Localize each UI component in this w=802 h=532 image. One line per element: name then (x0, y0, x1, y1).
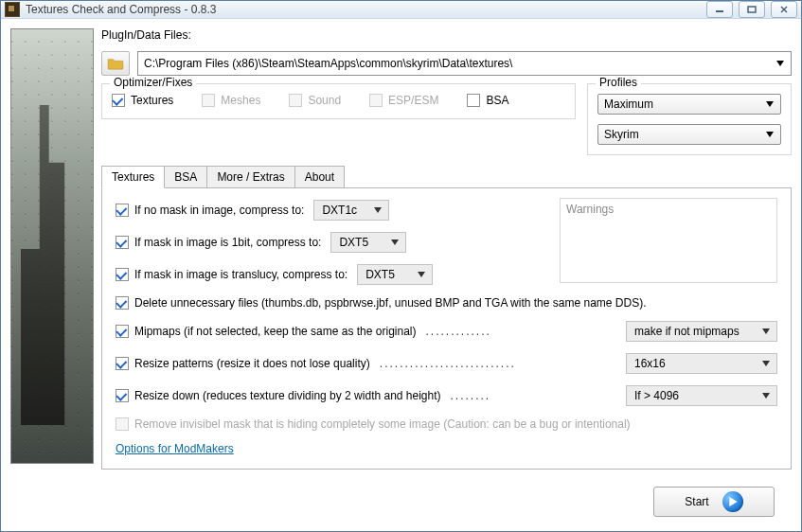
minimize-button[interactable] (706, 1, 733, 18)
checkbox-label: Meshes (221, 94, 260, 107)
svg-rect-0 (716, 10, 723, 12)
option-label: Mipmaps (if not selected, keep the same … (134, 325, 416, 338)
option-label: If mask in image is translucy, compress … (134, 268, 348, 281)
tab-more-extras[interactable]: More / Extras (206, 166, 294, 188)
path-combobox[interactable]: C:\Program Files (x86)\Steam\SteamApps\c… (137, 51, 792, 76)
profile-game-value: Skyrim (604, 128, 639, 141)
select-value: DXT5 (339, 236, 368, 249)
tab-bsa[interactable]: BSA (164, 166, 207, 188)
checkbox-resize-down[interactable]: Resize down (reduces texture dividing by… (116, 389, 441, 402)
plugin-label: PlugIn/Data Files: (101, 28, 792, 42)
window-title: Textures Check and Compress - 0.8.3 (26, 3, 216, 16)
checkbox-label: Textures (131, 94, 173, 107)
profiles-fieldset: Profiles Maximum Skyrim (587, 83, 792, 155)
checkbox-delete-unnecessary[interactable]: Delete unnecessary files (thumbs.db, psp… (116, 296, 647, 310)
footer: Start (101, 477, 792, 532)
browse-folder-button[interactable] (101, 51, 130, 76)
select-value: make if not mipmaps (634, 325, 740, 338)
checkbox-icon (467, 94, 480, 107)
checkbox-icon (369, 94, 383, 107)
checkbox-nomask-compress[interactable]: If no mask in image, compress to: (116, 204, 304, 217)
close-icon (779, 6, 789, 13)
start-button[interactable]: Start (653, 487, 775, 517)
checkbox-sound: Sound (289, 94, 341, 107)
profiles-legend: Profiles (596, 76, 641, 89)
checkbox-icon (116, 325, 129, 338)
select-nomask-format[interactable]: DXT1c (313, 200, 389, 221)
checkbox-icon (116, 236, 129, 249)
checkbox-1bit-compress[interactable]: If mask in image is 1bit, compress to: (116, 236, 321, 249)
select-resize-threshold[interactable]: If > 4096 (626, 385, 777, 406)
chevron-down-icon (763, 98, 776, 111)
chevron-down-icon (759, 325, 773, 338)
checkbox-mipmaps[interactable]: Mipmaps (if not selected, keep the same … (116, 325, 416, 338)
checkbox-icon (289, 94, 302, 107)
checkbox-remove-invisible-mask: Remove invisibel mask that is hiding com… (116, 417, 631, 431)
optimizer-fieldset: Optimizer/Fixes Textures Meshes (101, 83, 576, 119)
select-1bit-format[interactable]: DXT5 (330, 232, 406, 253)
checkbox-icon (116, 357, 129, 370)
start-button-label: Start (685, 495, 708, 508)
maximize-button[interactable] (739, 1, 765, 18)
chevron-down-icon (759, 389, 773, 402)
checkbox-icon (116, 268, 129, 281)
tabpane-textures: Warnings If no mask in image, compress t… (101, 187, 792, 470)
profile-preset-value: Maximum (604, 98, 653, 111)
select-value: 16x16 (634, 357, 666, 370)
sidebar-image (10, 28, 94, 464)
path-value: C:\Program Files (x86)\Steam\SteamApps\c… (144, 57, 512, 70)
main-panel: PlugIn/Data Files: C:\Program Files (x86… (101, 28, 792, 532)
minimize-icon (715, 6, 724, 13)
chevron-down-icon (763, 128, 776, 141)
select-value: If > 4096 (634, 389, 679, 402)
select-pattern-size[interactable]: 16x16 (626, 353, 777, 374)
checkbox-icon (112, 94, 125, 107)
warnings-panel: Warnings (560, 198, 777, 283)
chevron-down-icon (415, 268, 428, 281)
client-area: PlugIn/Data Files: C:\Program Files (x86… (1, 19, 801, 532)
option-label: Remove invisibel mask that is hiding com… (134, 417, 631, 431)
chevron-down-icon (759, 357, 773, 370)
profile-game-combobox[interactable]: Skyrim (597, 124, 781, 145)
app-icon (5, 2, 20, 17)
checkbox-textures[interactable]: Textures (112, 94, 173, 107)
play-icon (722, 491, 743, 512)
checkbox-icon (116, 417, 129, 431)
tab-bar: Textures BSA More / Extras About (101, 165, 792, 187)
chevron-down-icon (774, 57, 787, 70)
warnings-label: Warnings (566, 203, 614, 216)
chevron-down-icon (388, 236, 401, 249)
checkbox-resize-patterns[interactable]: Resize patterns (resize it does not lose… (116, 357, 370, 370)
option-label: If mask in image is 1bit, compress to: (134, 236, 321, 249)
checkbox-label: Sound (308, 94, 341, 107)
checkbox-icon (116, 204, 129, 217)
option-label: Resize patterns (resize it does not lose… (134, 357, 370, 370)
close-button[interactable] (771, 1, 797, 18)
svg-rect-1 (748, 7, 756, 12)
tab-about[interactable]: About (294, 166, 345, 188)
dotted-leader: ............. (425, 325, 490, 338)
link-options-modmakers[interactable]: Options for ModMakers (116, 442, 234, 455)
checkbox-label: ESP/ESM (388, 94, 438, 107)
tab-textures[interactable]: Textures (101, 166, 165, 188)
select-mipmaps-mode[interactable]: make if not mipmaps (626, 321, 777, 342)
optimizer-legend: Optimizer/Fixes (110, 76, 196, 89)
dotted-leader: ........ (451, 389, 491, 402)
checkbox-espesm: ESP/ESM (369, 94, 438, 107)
dotted-leader: ........................... (380, 357, 516, 370)
option-label: Delete unnecessary files (thumbs.db, psp… (134, 296, 647, 310)
checkbox-bsa[interactable]: BSA (467, 94, 508, 107)
select-value: DXT5 (365, 268, 395, 281)
checkbox-icon (202, 94, 215, 107)
checkbox-translucy-compress[interactable]: If mask in image is translucy, compress … (116, 268, 348, 281)
folder-icon (107, 57, 124, 70)
option-label: Resize down (reduces texture dividing by… (134, 389, 441, 402)
profile-preset-combobox[interactable]: Maximum (597, 94, 781, 115)
option-label: If no mask in image, compress to: (134, 204, 304, 217)
select-translucy-format[interactable]: DXT5 (357, 264, 433, 285)
select-value: DXT1c (322, 204, 357, 217)
checkbox-label: BSA (486, 94, 508, 107)
checkbox-icon (116, 296, 129, 310)
titlebar: Textures Check and Compress - 0.8.3 (1, 1, 801, 19)
chevron-down-icon (371, 204, 384, 217)
